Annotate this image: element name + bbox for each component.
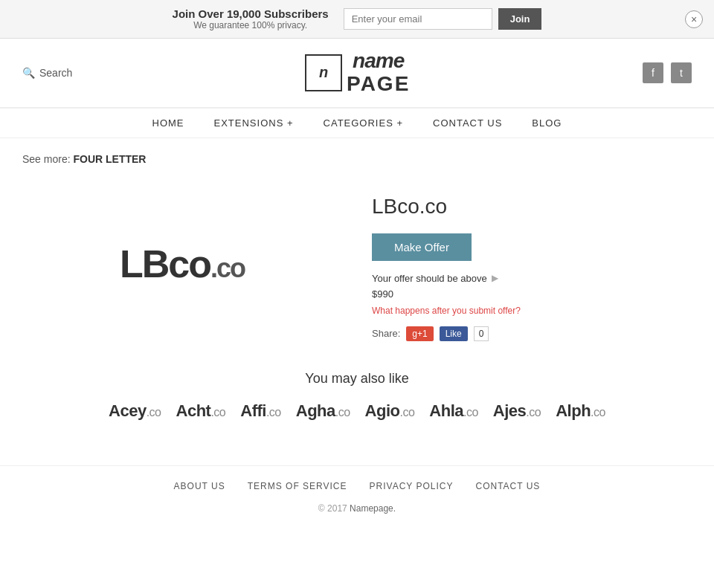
search-icon: 🔍 bbox=[22, 67, 35, 79]
twitter-icon[interactable]: t bbox=[671, 62, 692, 83]
nav-contact[interactable]: CONTACT US bbox=[433, 117, 502, 129]
facebook-like-button[interactable]: Like bbox=[440, 326, 468, 341]
also-like-item[interactable]: Acey.co bbox=[109, 401, 161, 421]
make-offer-button[interactable]: Make Offer bbox=[372, 233, 472, 261]
offer-above-text: Your offer should be above bbox=[372, 273, 487, 284]
domain-title: LBco.co bbox=[372, 195, 692, 219]
also-like-grid: Acey.coAcht.coAffi.coAgha.coAgio.coAhla.… bbox=[22, 401, 692, 421]
footer-link[interactable]: TERMS OF SERVICE bbox=[248, 481, 347, 491]
domain-info: LBco.co Make Offer Your offer should be … bbox=[372, 187, 692, 341]
also-like-item[interactable]: Ajes.co bbox=[493, 401, 541, 421]
facebook-icon[interactable]: f bbox=[643, 62, 663, 83]
see-more-link[interactable]: FOUR LETTER bbox=[73, 153, 146, 165]
top-banner: Join Over 19,000 Subscribers We guarante… bbox=[0, 0, 714, 39]
footer-site-name[interactable]: Namepage. bbox=[350, 503, 396, 514]
main-nav: HOME EXTENSIONS + CATEGORIES + CONTACT U… bbox=[0, 108, 714, 138]
also-like-item[interactable]: Affi.co bbox=[240, 401, 281, 421]
nav-extensions[interactable]: EXTENSIONS + bbox=[214, 117, 294, 129]
close-banner-button[interactable]: × bbox=[685, 10, 703, 28]
also-like-item[interactable]: Acht.co bbox=[176, 401, 226, 421]
footer-copyright: © 2017 Namepage. bbox=[22, 503, 692, 514]
see-more-prefix: See more: bbox=[22, 153, 71, 165]
facebook-count: 0 bbox=[474, 326, 489, 341]
footer-link[interactable]: PRIVACY POLICY bbox=[370, 481, 454, 491]
also-like-item[interactable]: Agio.co bbox=[365, 401, 415, 421]
logo-name: name bbox=[353, 49, 404, 72]
banner-title: Join Over 19,000 Subscribers bbox=[173, 7, 329, 20]
email-input[interactable] bbox=[344, 8, 492, 30]
search-area[interactable]: 🔍 Search bbox=[22, 67, 72, 79]
offer-link[interactable]: What happens after you submit offer? bbox=[372, 306, 692, 316]
also-like-item[interactable]: Alph.co bbox=[556, 401, 605, 421]
share-row: Share: g+1 Like 0 bbox=[372, 326, 692, 341]
nav-categories[interactable]: CATEGORIES + bbox=[324, 117, 403, 129]
main-content: See more: FOUR LETTER LBco.co LBco.co Ma… bbox=[0, 138, 714, 465]
domain-logo-ext: .co bbox=[210, 253, 245, 283]
logo-page: PAGE bbox=[347, 72, 410, 95]
also-like-title: You may also like bbox=[22, 371, 692, 387]
domain-logo-main: LBco bbox=[120, 242, 210, 285]
gplus-button[interactable]: g+1 bbox=[406, 326, 433, 341]
banner-form: Join bbox=[344, 8, 542, 30]
search-label: Search bbox=[39, 67, 72, 79]
nav-blog[interactable]: BLOG bbox=[532, 117, 562, 129]
banner-subtitle: We guarantee 100% privacy. bbox=[173, 20, 329, 30]
footer-links: ABOUT USTERMS OF SERVICEPRIVACY POLICYCO… bbox=[22, 481, 692, 491]
offer-price: $990 bbox=[372, 288, 692, 300]
social-links: f t bbox=[643, 62, 692, 83]
also-like-item[interactable]: Agha.co bbox=[296, 401, 350, 421]
logo-icon: n bbox=[305, 54, 342, 91]
offer-info: Your offer should be above ▶ bbox=[372, 273, 692, 284]
domain-logo-area: LBco.co bbox=[22, 187, 342, 341]
share-label: Share: bbox=[372, 328, 400, 339]
header: 🔍 Search n name PAGE f t bbox=[0, 39, 714, 108]
join-button[interactable]: Join bbox=[498, 8, 542, 30]
footer-link[interactable]: ABOUT US bbox=[174, 481, 225, 491]
also-like-section: You may also like Acey.coAcht.coAffi.coA… bbox=[22, 371, 692, 421]
content-area: LBco.co LBco.co Make Offer Your offer sh… bbox=[22, 187, 692, 341]
banner-text: Join Over 19,000 Subscribers We guarante… bbox=[173, 7, 329, 30]
logo[interactable]: n name PAGE bbox=[305, 50, 410, 96]
domain-logo: LBco.co bbox=[120, 242, 245, 286]
also-like-item[interactable]: Ahla.co bbox=[429, 401, 478, 421]
nav-home[interactable]: HOME bbox=[152, 117, 184, 129]
offer-arrow-icon: ▶ bbox=[492, 273, 498, 283]
see-more-section: See more: FOUR LETTER bbox=[22, 153, 692, 165]
footer-link[interactable]: CONTACT US bbox=[475, 481, 540, 491]
copyright-year: © 2017 bbox=[318, 503, 347, 514]
footer: ABOUT USTERMS OF SERVICEPRIVACY POLICYCO… bbox=[0, 465, 714, 529]
